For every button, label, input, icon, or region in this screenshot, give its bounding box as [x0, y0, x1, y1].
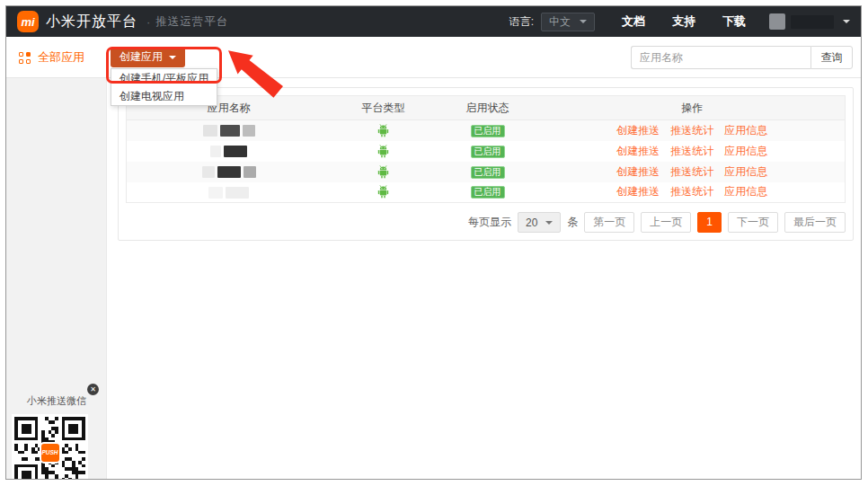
status-badge: 已启用: [471, 166, 505, 179]
search-input[interactable]: [631, 46, 810, 69]
chevron-down-icon: [580, 20, 587, 23]
status-cell: 已启用: [436, 162, 540, 182]
per-page-label: 每页显示: [468, 215, 511, 230]
actions-cell: 创建推送推送统计应用信息: [540, 182, 846, 203]
page-subtitle: 推送运营平台: [155, 14, 228, 30]
top-header: mi 小米开放平台 · 推送运营平台 语言: 中文 文档 支持 下载: [6, 6, 861, 37]
actions-cell: 创建推送推送统计应用信息: [540, 120, 846, 141]
status-cell: 已启用: [436, 182, 540, 203]
actions-cell: 创建推送推送统计应用信息: [540, 162, 846, 182]
table-row: 已启用创建推送推送统计应用信息: [127, 162, 846, 182]
status-cell: 已启用: [436, 120, 540, 141]
android-icon: [377, 185, 389, 199]
language-value: 中文: [549, 14, 571, 30]
sidebar: ✕ 小米推送微信 PUSH: [6, 78, 107, 480]
apps-table-card: 应用名称 平台类型 启用状态 操作 已启用创建推送推送统计应用信息已启用创建推送…: [118, 87, 854, 241]
col-actions: 操作: [540, 96, 846, 120]
create-push-link[interactable]: 创建推送: [616, 165, 660, 178]
menu-item-create-tv-app[interactable]: 创建电视应用: [111, 87, 217, 105]
per-page-select[interactable]: 20: [518, 212, 561, 233]
create-push-link[interactable]: 创建推送: [616, 124, 660, 137]
actions-cell: 创建推送推送统计应用信息: [540, 141, 846, 162]
app-name-cell: [127, 162, 332, 182]
nav-download-link[interactable]: 下载: [722, 13, 746, 30]
prev-page-button[interactable]: 上一页: [641, 212, 691, 233]
android-icon: [377, 145, 389, 158]
chevron-down-icon: [843, 20, 850, 23]
push-stats-link[interactable]: 推送统计: [670, 145, 713, 157]
app-info-link[interactable]: 应用信息: [724, 145, 767, 157]
per-page-unit: 条: [567, 215, 578, 230]
create-app-button[interactable]: 创建应用: [111, 47, 185, 67]
next-page-button[interactable]: 下一页: [728, 212, 778, 233]
table-row: 已启用创建推送推送统计应用信息: [127, 120, 846, 141]
qr-widget: ✕ 小米推送微信 PUSH: [6, 380, 107, 480]
app-name-redacted: [208, 187, 249, 199]
username-redacted: [791, 15, 834, 29]
language-label: 语言:: [509, 14, 534, 30]
status-badge: 已启用: [471, 125, 505, 137]
status-badge: 已启用: [471, 146, 505, 158]
app-window: mi 小米开放平台 · 推送运营平台 语言: 中文 文档 支持 下载 全部应: [5, 5, 862, 480]
wechat-qr-code: PUSH: [12, 414, 88, 480]
chevron-down-icon: [545, 221, 553, 225]
push-stats-link[interactable]: 推送统计: [670, 124, 713, 137]
app-search: 查询: [631, 46, 853, 69]
app-name-cell: [127, 120, 332, 141]
app-info-link[interactable]: 应用信息: [724, 165, 767, 178]
push-logo-icon: PUSH: [40, 442, 61, 464]
app-name-redacted: [203, 125, 255, 137]
create-push-link[interactable]: 创建推送: [616, 145, 660, 157]
android-icon: [377, 165, 389, 179]
current-page-button[interactable]: 1: [697, 212, 722, 233]
language-select[interactable]: 中文: [541, 13, 595, 31]
create-app-menu: 创建手机/平板应用 创建电视应用: [111, 68, 217, 106]
mi-logo-icon: mi: [17, 11, 39, 32]
push-stats-link[interactable]: 推送统计: [670, 185, 713, 198]
pagination: 每页显示 20 条 第一页 上一页 1 下一页 最后一页: [126, 212, 846, 233]
sidebar-item-all-apps[interactable]: 全部应用: [19, 49, 84, 66]
app-name-redacted: [202, 166, 256, 178]
push-stats-link[interactable]: 推送统计: [670, 165, 713, 178]
qr-widget-title: 小米推送微信: [6, 394, 107, 408]
app-name-redacted: [210, 146, 247, 157]
col-status: 启用状态: [436, 96, 540, 120]
platform-cell: [332, 182, 436, 203]
platform-cell: [332, 162, 436, 182]
search-button[interactable]: 查询: [810, 46, 853, 69]
app-info-link[interactable]: 应用信息: [724, 185, 767, 198]
app-name-cell: [127, 182, 332, 203]
main-content: 应用名称 平台类型 启用状态 操作 已启用创建推送推送统计应用信息已启用创建推送…: [107, 78, 861, 480]
nav-support-link[interactable]: 支持: [672, 13, 695, 30]
platform-cell: [332, 120, 436, 141]
apps-table: 应用名称 平台类型 启用状态 操作 已启用创建推送推送统计应用信息已启用创建推送…: [126, 95, 846, 203]
app-info-link[interactable]: 应用信息: [724, 124, 767, 137]
app-name-cell: [127, 141, 332, 162]
nav-docs-link[interactable]: 文档: [622, 13, 645, 30]
user-menu[interactable]: [769, 13, 850, 30]
brand-divider: ·: [146, 15, 150, 29]
sidebar-item-label: 全部应用: [38, 49, 84, 66]
create-app-label: 创建应用: [120, 49, 163, 65]
create-push-link[interactable]: 创建推送: [616, 185, 660, 198]
per-page-value: 20: [526, 216, 537, 229]
table-row: 已启用创建推送推送统计应用信息: [127, 141, 846, 162]
close-icon[interactable]: ✕: [87, 384, 99, 395]
apps-grid-icon: [19, 52, 31, 64]
chevron-down-icon: [169, 56, 176, 59]
platform-cell: [332, 141, 436, 162]
brand-title: 小米开放平台: [46, 13, 137, 31]
android-icon: [377, 124, 389, 137]
first-page-button[interactable]: 第一页: [584, 212, 634, 233]
status-badge: 已启用: [471, 186, 505, 199]
status-cell: 已启用: [436, 141, 540, 162]
avatar: [769, 13, 785, 30]
table-header-row: 应用名称 平台类型 启用状态 操作: [127, 96, 846, 120]
col-platform: 平台类型: [332, 96, 436, 120]
table-row: 已启用创建推送推送统计应用信息: [127, 182, 846, 203]
last-page-button[interactable]: 最后一页: [784, 212, 846, 233]
menu-item-create-phone-app[interactable]: 创建手机/平板应用: [111, 69, 217, 87]
